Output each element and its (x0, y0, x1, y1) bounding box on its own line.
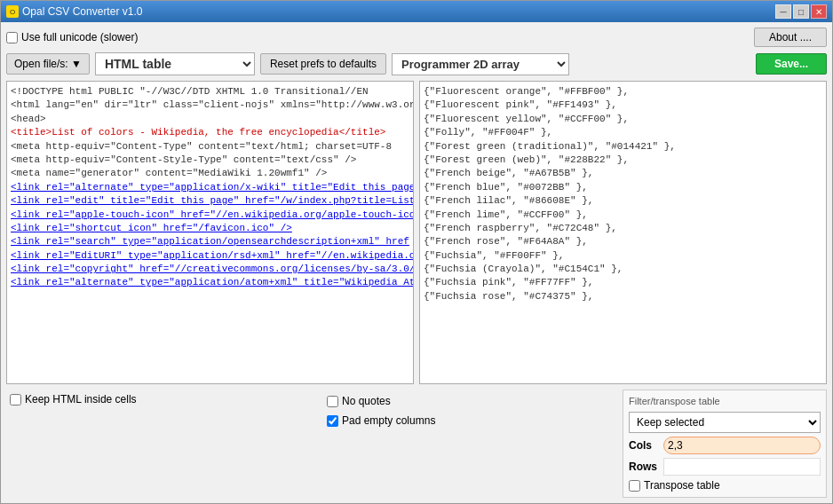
app-icon: O (6, 5, 19, 18)
cols-row: Cols (629, 437, 821, 454)
save-button[interactable]: Save... (756, 53, 827, 75)
keep-html-checkbox-label[interactable]: Keep HTML inside cells (10, 393, 300, 406)
filter-label: Filter/transpose table (629, 396, 821, 406)
pad-empty-checkbox[interactable] (327, 415, 338, 427)
keep-html-checkbox[interactable] (10, 394, 21, 406)
no-quotes-checkbox-label[interactable]: No quotes (327, 395, 391, 407)
unicode-label-text: Use full unicode (slower) (21, 31, 138, 43)
rows-row: Rows (629, 458, 821, 476)
unicode-checkbox-label[interactable]: Use full unicode (slower) (6, 31, 138, 43)
html-source-area[interactable]: <!DOCTYPE html PUBLIC "-//W3C//DTD XHTML… (7, 82, 413, 383)
open-files-button[interactable]: Open file/s: ▼ (6, 53, 90, 75)
transpose-label-text: Transpose table (644, 479, 720, 492)
top-bar: Use full unicode (slower) About .... (6, 28, 827, 47)
rows-input[interactable] (663, 458, 821, 476)
rows-label: Rows (629, 461, 660, 473)
transpose-checkbox[interactable] (629, 480, 640, 492)
main-window: O Opal CSV Converter v1.0 ─ □ ✕ Use full… (0, 0, 833, 504)
title-buttons: ─ □ ✕ (775, 4, 827, 19)
cols-label: Cols (629, 439, 660, 452)
transpose-checkbox-label[interactable]: Transpose table (629, 479, 821, 492)
center-checkboxes: No quotes Pad empty columns (309, 390, 617, 427)
maximize-button[interactable]: □ (793, 4, 809, 19)
input-format-select[interactable]: HTML table CSV TSV (95, 52, 255, 75)
keep-html-label-text: Keep HTML inside cells (25, 393, 137, 406)
bottom-row: Keep HTML inside cells No quotes Pad emp… (6, 390, 827, 498)
filter-select[interactable]: Keep selected Remove selected Keep all (630, 413, 820, 432)
reset-button[interactable]: Reset prefs to defaults (260, 53, 386, 75)
window-title: Opal CSV Converter v1.0 (22, 5, 142, 18)
bottom-right-area: Filter/transpose table Keep selected Rem… (623, 390, 827, 498)
output-area[interactable]: {"Fluorescent orange", "#FFBF00" }, {"Fl… (420, 82, 826, 383)
pad-empty-label-text: Pad empty columns (342, 414, 435, 427)
title-bar-left: O Opal CSV Converter v1.0 (6, 5, 142, 18)
left-panel: <!DOCTYPE html PUBLIC "-//W3C//DTD XHTML… (6, 81, 414, 384)
about-button[interactable]: About .... (754, 28, 827, 47)
no-quotes-checkbox[interactable] (327, 396, 338, 407)
toolbar: Open file/s: ▼ HTML table CSV TSV Reset … (6, 52, 827, 75)
content-area: Use full unicode (slower) About .... Ope… (1, 22, 832, 503)
main-panels: <!DOCTYPE html PUBLIC "-//W3C//DTD XHTML… (6, 81, 827, 384)
close-button[interactable]: ✕ (811, 4, 827, 19)
title-bar: O Opal CSV Converter v1.0 ─ □ ✕ (1, 1, 832, 22)
minimize-button[interactable]: ─ (775, 4, 791, 19)
pad-empty-checkbox-label[interactable]: Pad empty columns (327, 414, 435, 427)
bottom-left-area: Keep HTML inside cells (6, 390, 304, 409)
cols-input[interactable] (663, 437, 821, 454)
unicode-checkbox[interactable] (6, 32, 18, 43)
no-quotes-label-text: No quotes (342, 395, 391, 407)
right-panel: {"Fluorescent orange", "#FFBF00" }, {"Fl… (419, 81, 827, 384)
output-format-select[interactable]: Programmer 2D array CSV JSON (392, 53, 569, 75)
